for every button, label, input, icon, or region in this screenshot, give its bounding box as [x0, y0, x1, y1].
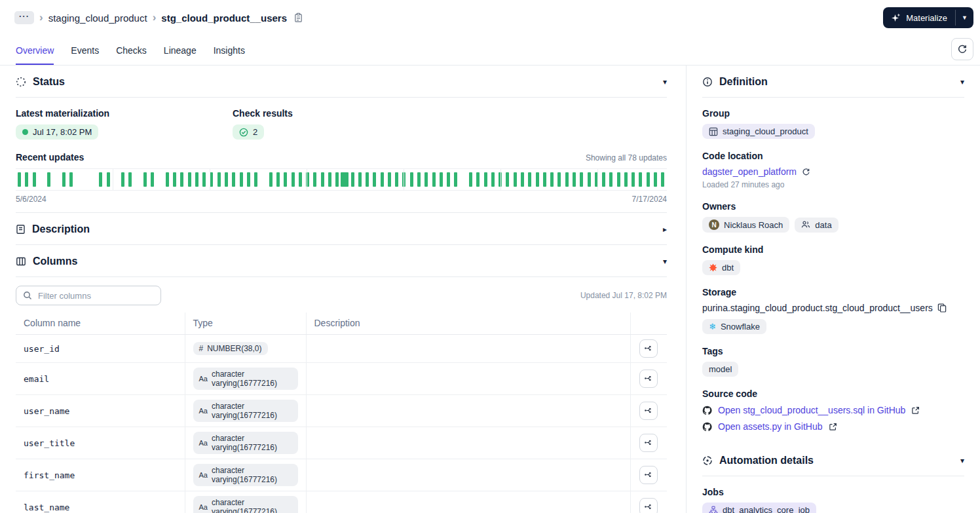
materialization-tick[interactable]: [99, 172, 102, 187]
materialization-tick[interactable]: [617, 172, 620, 187]
materialization-tick[interactable]: [151, 172, 154, 187]
materialization-tick[interactable]: [180, 172, 183, 187]
view-lineage-button[interactable]: [639, 466, 658, 484]
tab-checks[interactable]: Checks: [116, 35, 147, 65]
materialization-tick[interactable]: [514, 172, 517, 187]
view-lineage-button[interactable]: [639, 434, 658, 452]
materialization-tick[interactable]: [173, 172, 176, 187]
materialization-tick[interactable]: [225, 172, 228, 187]
clipboard-icon[interactable]: [293, 12, 303, 23]
materialization-tick[interactable]: [18, 172, 21, 187]
materialization-tick[interactable]: [654, 172, 657, 187]
materialization-tick[interactable]: [202, 172, 206, 187]
reload-icon[interactable]: [802, 168, 810, 176]
materialization-tick[interactable]: [580, 172, 583, 187]
chevron-down-icon[interactable]: ▾: [663, 78, 667, 86]
materialization-tick[interactable]: [484, 172, 487, 187]
materialization-tick[interactable]: [321, 172, 324, 187]
materialization-tick[interactable]: [440, 172, 443, 187]
materialization-tick[interactable]: [565, 172, 569, 187]
materialization-tick[interactable]: [410, 172, 413, 187]
materialization-tick[interactable]: [543, 172, 546, 187]
materialize-dropdown-button[interactable]: ▼: [956, 7, 973, 28]
code-location-link[interactable]: dagster_open_platform: [702, 166, 797, 177]
materialization-tick[interactable]: [292, 172, 295, 187]
filter-columns-box[interactable]: [16, 286, 161, 305]
materialization-tick[interactable]: [588, 172, 591, 187]
materialization-tick[interactable]: [188, 172, 191, 187]
refresh-button[interactable]: [951, 38, 973, 60]
materialization-tick[interactable]: [269, 172, 273, 187]
materialization-tick[interactable]: [528, 172, 531, 187]
materialization-tick[interactable]: [424, 172, 428, 187]
materialization-tick[interactable]: [47, 172, 50, 187]
materialization-tick[interactable]: [33, 172, 36, 187]
materialization-tick[interactable]: [447, 172, 450, 187]
group-badge[interactable]: staging_cloud_product: [702, 124, 815, 139]
materialization-tick[interactable]: [491, 172, 495, 187]
materialization-tick[interactable]: [217, 172, 221, 187]
source-link-sql[interactable]: Open stg_cloud_product__users.sql in Git…: [718, 405, 905, 415]
materialization-tick[interactable]: [381, 172, 384, 187]
materialization-tick[interactable]: [232, 172, 235, 187]
materialization-tick[interactable]: [647, 172, 650, 187]
check-results-badge[interactable]: 2: [233, 124, 264, 140]
source-link-assets[interactable]: Open assets.py in GitHub: [718, 421, 823, 432]
chevron-down-icon[interactable]: ▾: [960, 457, 964, 465]
materialization-tick[interactable]: [195, 172, 198, 187]
view-lineage-button[interactable]: [639, 339, 658, 358]
materialization-tick[interactable]: [210, 172, 213, 187]
materialization-tick[interactable]: [284, 172, 287, 187]
materialization-tick[interactable]: [366, 172, 369, 187]
materialization-tick[interactable]: [128, 172, 132, 187]
compute-kind-badge[interactable]: dbt: [702, 260, 740, 275]
materialization-tick[interactable]: [639, 172, 642, 187]
materialization-tick[interactable]: [557, 172, 561, 187]
materialization-tick[interactable]: [328, 172, 331, 187]
chevron-right-icon[interactable]: ▸: [663, 225, 667, 233]
tag-badge[interactable]: model: [702, 362, 738, 377]
storage-platform-badge[interactable]: ❄ Snowflake: [702, 319, 766, 334]
view-lineage-button[interactable]: [639, 402, 658, 420]
copy-icon[interactable]: [937, 303, 947, 313]
materialization-tick[interactable]: [536, 172, 539, 187]
breadcrumb-group-link[interactable]: staging_cloud_product: [48, 12, 147, 24]
materialization-tick[interactable]: [573, 172, 576, 187]
materialization-tick[interactable]: [247, 172, 250, 187]
materialize-button[interactable]: Materialize: [883, 7, 955, 28]
breadcrumb-ellipsis-button[interactable]: ···: [14, 11, 34, 24]
chevron-down-icon[interactable]: ▾: [960, 78, 964, 86]
job-badge[interactable]: dbt_analytics_core_job: [702, 503, 816, 513]
materialization-tick[interactable]: [254, 172, 257, 187]
tab-lineage[interactable]: Lineage: [164, 35, 197, 65]
materialization-tick[interactable]: [550, 172, 554, 187]
materialization-tick[interactable]: [432, 172, 436, 187]
materialization-tick[interactable]: [521, 172, 524, 187]
materialization-tick[interactable]: [358, 172, 362, 187]
materialization-tick[interactable]: [69, 172, 73, 187]
view-lineage-button[interactable]: [639, 370, 658, 388]
materialization-tick[interactable]: [25, 172, 28, 187]
materialization-tick[interactable]: [469, 172, 472, 187]
filter-columns-input[interactable]: [37, 290, 154, 301]
materialization-tick[interactable]: [624, 172, 628, 187]
materialization-tick[interactable]: [661, 172, 664, 187]
materialization-tick[interactable]: [335, 172, 339, 187]
materialization-tick[interactable]: [631, 172, 635, 187]
view-lineage-button[interactable]: [639, 498, 658, 513]
materialization-tick[interactable]: [388, 172, 391, 187]
materialization-tick[interactable]: [299, 172, 302, 187]
tab-events[interactable]: Events: [71, 35, 99, 65]
materialization-tick[interactable]: [602, 172, 605, 187]
materialization-tick[interactable]: [341, 172, 349, 187]
materialization-tick[interactable]: [476, 172, 480, 187]
materialize-split-button[interactable]: Materialize ▼: [883, 7, 973, 28]
materialization-tick[interactable]: [313, 172, 316, 187]
materialization-tick[interactable]: [609, 172, 612, 187]
materialization-tick[interactable]: [107, 172, 110, 187]
materialization-tick[interactable]: [395, 172, 398, 187]
materialization-tick[interactable]: [454, 172, 457, 187]
materialization-tick[interactable]: [240, 172, 243, 187]
materialization-tick[interactable]: [351, 172, 354, 187]
materialization-tick[interactable]: [417, 172, 421, 187]
